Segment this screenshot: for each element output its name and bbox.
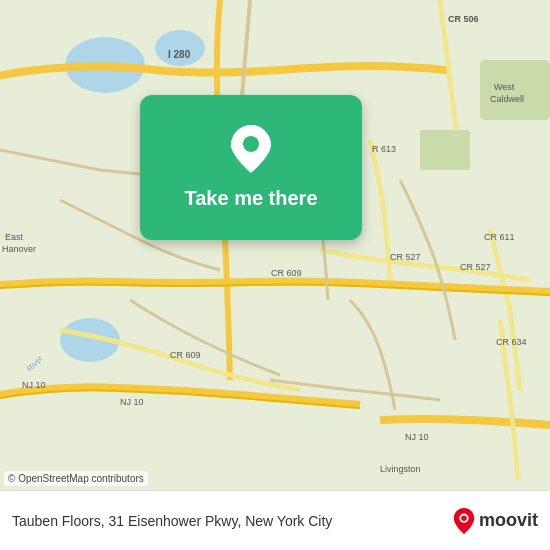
svg-text:Livingston: Livingston [380,464,421,474]
bottom-bar: Tauben Floors, 31 Eisenhower Pkwy, New Y… [0,490,550,550]
moovit-logo: moovit [453,508,538,534]
svg-text:CR 611: CR 611 [484,232,515,242]
svg-text:CR 609: CR 609 [170,350,201,360]
svg-rect-4 [480,60,550,120]
take-me-there-button[interactable]: Take me there [184,187,317,210]
moovit-pin-icon [453,508,475,534]
svg-text:CR 609: CR 609 [271,268,302,278]
map-container: I 280 (632) CR 506 West Caldwell R 613 C… [0,0,550,490]
map-attribution: © OpenStreetMap contributors [4,471,148,486]
svg-point-26 [243,136,259,152]
svg-text:NJ 10: NJ 10 [405,432,429,442]
svg-text:West: West [494,82,515,92]
svg-text:CR 527: CR 527 [460,262,491,272]
moovit-wordmark: moovit [479,510,538,531]
svg-point-28 [461,515,467,521]
svg-rect-5 [420,130,470,170]
location-label: Tauben Floors, 31 Eisenhower Pkwy, New Y… [12,513,443,529]
svg-text:NJ 10: NJ 10 [120,397,144,407]
svg-text:I 280: I 280 [168,49,191,60]
svg-text:CR 634: CR 634 [496,337,527,347]
svg-text:R 613: R 613 [372,144,396,154]
svg-text:Caldwell: Caldwell [490,94,524,104]
svg-text:East: East [5,232,24,242]
svg-text:Hanover: Hanover [2,244,36,254]
svg-point-3 [155,30,205,66]
location-pin-icon [231,125,271,173]
svg-text:CR 527: CR 527 [390,252,421,262]
svg-text:NJ 10: NJ 10 [22,380,46,390]
svg-text:CR 506: CR 506 [448,14,479,24]
navigation-card[interactable]: Take me there [140,95,362,240]
